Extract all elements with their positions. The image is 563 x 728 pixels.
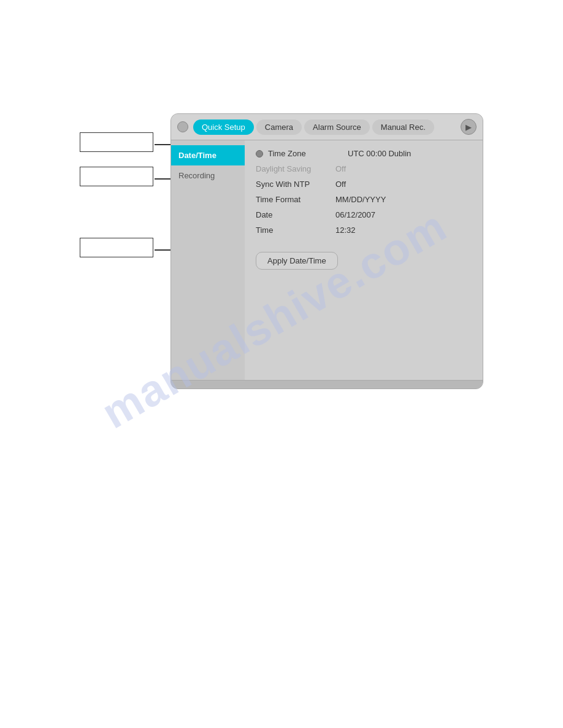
time-zone-label: Time Zone bbox=[268, 149, 348, 158]
apply-datetime-button[interactable]: Apply Date/Time bbox=[256, 252, 338, 270]
callout-box-1 bbox=[80, 132, 153, 152]
sidebar-nav: Date/Time Recording bbox=[171, 140, 245, 385]
tab-quick-setup[interactable]: Quick Setup bbox=[193, 119, 254, 135]
sidebar-item-datetime[interactable]: Date/Time bbox=[171, 145, 245, 165]
sync-ntp-value: Off bbox=[335, 180, 346, 189]
tab-indicator bbox=[177, 121, 188, 132]
daylight-saving-label: Daylight Saving bbox=[256, 164, 335, 173]
time-label: Time bbox=[256, 226, 335, 235]
time-zone-value: UTC 00:00 Dublin bbox=[348, 149, 411, 158]
tab-camera[interactable]: Camera bbox=[256, 119, 302, 135]
content-area: Date/Time Recording Time Zone UTC 00:00 … bbox=[171, 140, 483, 385]
time-format-value: MM/DD/YYYY bbox=[335, 195, 386, 204]
bottom-scrollbar bbox=[171, 380, 483, 389]
date-row: Date 06/12/2007 bbox=[256, 210, 472, 219]
tab-next-button[interactable]: ▶ bbox=[461, 119, 477, 135]
time-zone-row: Time Zone UTC 00:00 Dublin bbox=[256, 149, 472, 158]
time-value: 12:32 bbox=[335, 226, 356, 235]
daylight-saving-row: Daylight Saving Off bbox=[256, 164, 472, 173]
sync-ntp-row: Sync With NTP Off bbox=[256, 180, 472, 189]
sidebar-item-recording[interactable]: Recording bbox=[171, 165, 245, 186]
right-content: Time Zone UTC 00:00 Dublin Daylight Savi… bbox=[245, 140, 483, 385]
date-label: Date bbox=[256, 210, 335, 219]
time-format-row: Time Format MM/DD/YYYY bbox=[256, 195, 472, 204]
main-panel: Quick Setup Camera Alarm Source Manual R… bbox=[170, 113, 483, 389]
page-container: manualshive.com Quick Setup Camera Alarm… bbox=[0, 0, 563, 728]
time-zone-dot bbox=[256, 150, 263, 157]
callout-box-2 bbox=[80, 167, 153, 186]
time-format-label: Time Format bbox=[256, 195, 335, 204]
tab-bar: Quick Setup Camera Alarm Source Manual R… bbox=[171, 114, 483, 140]
time-row: Time 12:32 bbox=[256, 226, 472, 235]
sync-ntp-label: Sync With NTP bbox=[256, 180, 335, 189]
callout-box-3 bbox=[80, 238, 153, 257]
tab-manual-rec[interactable]: Manual Rec. bbox=[372, 119, 434, 135]
date-value: 06/12/2007 bbox=[335, 210, 375, 219]
daylight-saving-value: Off bbox=[335, 164, 346, 173]
tab-alarm-source[interactable]: Alarm Source bbox=[304, 119, 370, 135]
